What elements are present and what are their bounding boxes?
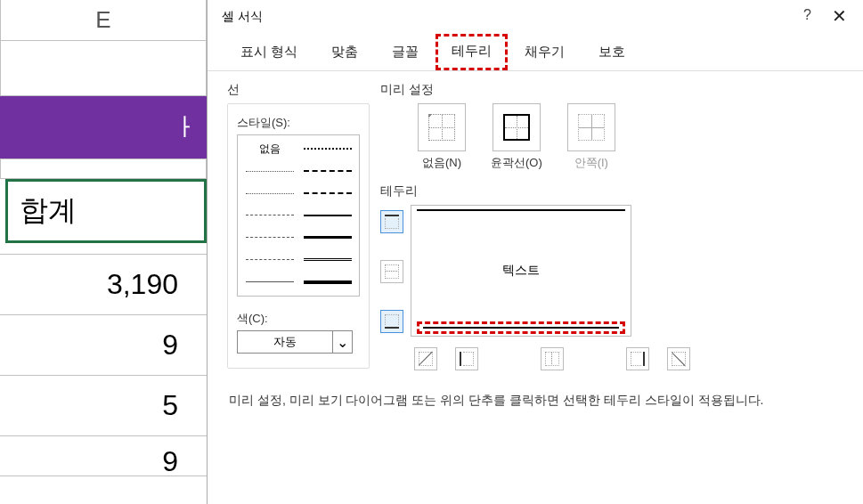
line-style-option[interactable] (240, 226, 298, 248)
line-style-option[interactable] (298, 160, 356, 183)
cell-value-text: 3,190 (107, 268, 178, 301)
preset-outline-button[interactable] (493, 103, 541, 151)
preset-inside-icon (578, 114, 605, 141)
close-button[interactable]: ✕ (832, 5, 847, 27)
border-middle-v-icon (545, 352, 559, 366)
line-style-option[interactable] (298, 138, 356, 160)
border-group-label: 테두리 (380, 183, 843, 199)
tab-fill[interactable]: 채우기 (508, 34, 582, 70)
tab-protection[interactable]: 보호 (582, 34, 642, 70)
line-style-grid: 없음 (237, 134, 360, 297)
cell-small2[interactable] (0, 243, 207, 255)
line-style-option[interactable] (298, 271, 356, 293)
line-style-option[interactable] (240, 248, 298, 271)
line-style-option[interactable] (240, 160, 298, 183)
cell-value[interactable]: 9 (0, 315, 207, 376)
line-style-option[interactable] (298, 183, 356, 205)
format-cells-dialog: 셀 서식 ? ✕ 표시 형식 맞춤 글꼴 테두리 채우기 보호 선 스타일(S)… (207, 0, 863, 504)
line-style-option[interactable] (240, 183, 298, 205)
column-header[interactable]: E (0, 0, 207, 41)
style-label: 스타일(S): (237, 115, 360, 131)
line-style-option[interactable] (298, 226, 356, 248)
cell-value[interactable]: 2 3,190 (0, 255, 207, 315)
border-left-icon (460, 352, 474, 366)
border-preview[interactable]: 텍스트 (411, 205, 631, 337)
border-top-button[interactable] (380, 210, 403, 233)
tab-border[interactable]: 테두리 (436, 34, 508, 70)
color-label: 색(C): (237, 311, 360, 327)
preset-outline-label: 윤곽선(O) (491, 155, 542, 171)
help-button[interactable]: ? (803, 7, 811, 23)
cell-value-text: 9 (162, 445, 178, 478)
preset-none-icon (428, 114, 455, 141)
border-bottom-icon (385, 314, 399, 329)
preset-none-button[interactable] (418, 103, 466, 151)
border-bottom-button[interactable] (380, 310, 403, 333)
cell-small[interactable] (0, 159, 207, 179)
spreadsheet-area: E ㅏ 합계 2 3,190 9 5 9 (0, 0, 207, 504)
title-bar: 셀 서식 ? ✕ (208, 0, 863, 34)
tab-strip: 표시 형식 맞춤 글꼴 테두리 채우기 보호 (208, 34, 863, 71)
border-top-icon (385, 215, 399, 229)
color-dropdown[interactable]: 자동 (237, 330, 333, 354)
line-style-option[interactable] (240, 205, 298, 227)
tab-number[interactable]: 표시 형식 (224, 34, 314, 70)
preview-top-line (417, 209, 625, 211)
dialog-title: 셀 서식 (222, 9, 263, 25)
border-left-button[interactable] (455, 347, 478, 370)
preset-none-label: 없음(N) (422, 155, 461, 171)
cell-value-text: 5 (162, 389, 178, 422)
line-style-option[interactable] (240, 271, 298, 293)
border-diag-up-button[interactable] (414, 347, 437, 370)
chevron-down-icon: ⌄ (337, 334, 348, 351)
line-style-none[interactable]: 없음 (240, 138, 298, 160)
border-right-icon (631, 352, 645, 366)
presets-group-label: 미리 설정 (380, 82, 843, 98)
border-middle-v-button[interactable] (541, 347, 564, 370)
preset-inside-button (567, 103, 615, 151)
border-middle-h-button[interactable] (380, 260, 403, 283)
preset-outline-icon (503, 114, 530, 141)
cell-value[interactable]: 9 (0, 436, 207, 476)
border-diag-up-icon (419, 352, 433, 366)
border-diag-down-button[interactable] (667, 347, 690, 370)
line-group-box: 스타일(S): 없음 (227, 103, 370, 369)
border-right-button[interactable] (626, 347, 649, 370)
help-text: 미리 설정, 미리 보기 다이어그램 또는 위의 단추를 클릭하면 선택한 테두… (229, 390, 843, 411)
color-dropdown-arrow[interactable]: ⌄ (333, 330, 353, 354)
cell-purple[interactable]: ㅏ (0, 96, 207, 159)
line-group-label: 선 (227, 82, 370, 98)
cell-selected[interactable]: 합계 (5, 179, 207, 243)
line-style-option[interactable] (298, 205, 356, 227)
cell-value[interactable]: 5 (0, 376, 207, 436)
cell-blank[interactable] (0, 41, 207, 96)
line-style-option[interactable] (298, 248, 356, 271)
preview-bottom-highlight (417, 321, 625, 334)
tab-font[interactable]: 글꼴 (375, 34, 436, 70)
preview-bottom-line (423, 327, 619, 329)
border-diag-down-icon (672, 352, 686, 366)
border-middle-h-icon (385, 264, 399, 279)
preview-text: 텍스트 (502, 263, 540, 279)
tab-alignment[interactable]: 맞춤 (314, 34, 375, 70)
cell-value-text: 9 (162, 329, 178, 362)
preset-inside-label: 안쪽(I) (574, 155, 608, 171)
